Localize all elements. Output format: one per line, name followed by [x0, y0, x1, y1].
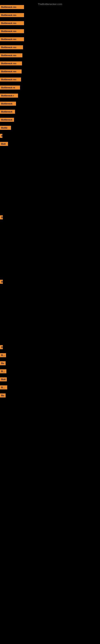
bottleneck-badge-2: Bottleneck res	[0, 21, 24, 25]
bottleneck-badge-1: Bottleneck res	[0, 13, 24, 17]
bottleneck-badge-19: B	[0, 280, 3, 284]
bottleneck-badge-17: Bott	[0, 142, 8, 146]
bottleneck-badge-6: Bottleneck res	[0, 53, 22, 57]
bottleneck-badge-13: Bottleneck	[0, 110, 15, 114]
bottleneck-badge-11: Bottleneck r	[0, 94, 18, 98]
bottleneck-badge-7: Bottleneck res	[0, 62, 22, 66]
bottleneck-badge-25: Bottl	[0, 386, 7, 390]
bottleneck-badge-0: Bottleneck res	[0, 5, 24, 9]
bottleneck-badge-16: B	[0, 134, 2, 138]
bottleneck-badge-10: Bottleneck re	[0, 86, 20, 90]
bottleneck-badge-5: Bottleneck res	[0, 45, 23, 49]
bottleneck-badge-9: Bottleneck res	[0, 78, 21, 82]
bottleneck-badge-8: Bottleneck res	[0, 70, 22, 74]
bottleneck-badge-26: Bo	[0, 394, 6, 398]
bottleneck-badge-21: Bot	[0, 353, 6, 357]
bottleneck-badge-23: Bott	[0, 369, 6, 373]
bottleneck-badge-24: Bott	[0, 377, 7, 381]
bottleneck-badge-20: B	[0, 345, 3, 349]
bottleneck-badge-12: Bottleneck	[0, 102, 16, 106]
bottleneck-badge-22: Bo	[0, 361, 6, 365]
bottleneck-badge-14: Bottleneck	[0, 118, 14, 122]
bottleneck-badge-18: B	[0, 215, 3, 219]
bottleneck-badge-3: Bottleneck res	[0, 29, 24, 33]
bottleneck-badge-4: Bottleneck res	[0, 37, 24, 41]
bottleneck-badge-15: Bottle	[0, 126, 11, 130]
